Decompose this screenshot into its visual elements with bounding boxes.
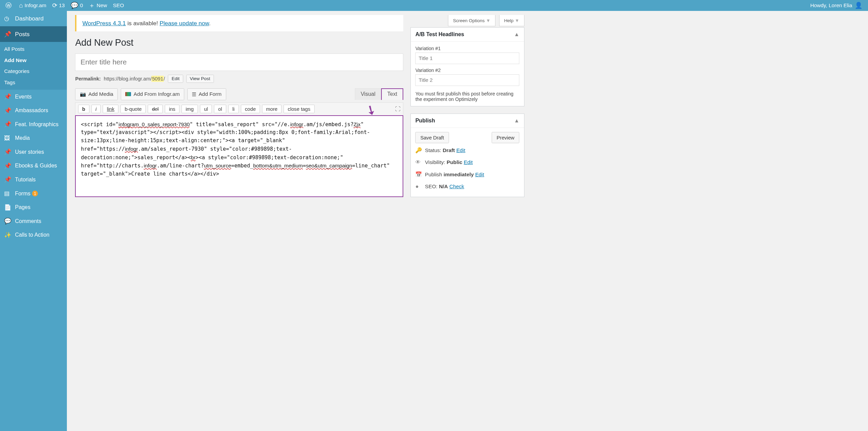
page-title: Add New Post (75, 38, 403, 48)
pin-icon: 📌 (4, 31, 12, 38)
publish-title: Publish (415, 118, 435, 124)
qt-li-button[interactable]: li (228, 105, 239, 113)
pin-icon: 📌 (4, 121, 12, 128)
admin-bar: ⓦ ⌂Infogr.am ⟳13 💬0 ＋New SEO Howdy, Lore… (0, 0, 531, 11)
new-link[interactable]: ＋New (86, 0, 110, 11)
add-infogram-button[interactable]: Add From Infogr.am (121, 88, 184, 100)
page-icon: 📄 (4, 204, 12, 211)
sidebar-item-calls-to-action[interactable]: ✨Calls to Action (0, 228, 67, 242)
publish-box: Publish▲ Save Draft Preview 🔑Status: Dra… (410, 114, 524, 197)
sidebar-item-media[interactable]: 🖼Media (0, 131, 67, 145)
update-end: . (209, 20, 211, 27)
seo-label: SEO (113, 2, 124, 9)
save-draft-button[interactable]: Save Draft (415, 132, 449, 143)
sidebar-sub-tags[interactable]: Tags (0, 77, 67, 88)
post-content-textarea[interactable]: <script id="infogram_0_sales_report-7930… (75, 115, 403, 197)
wp-logo[interactable]: ⓦ (2, 0, 16, 11)
cta-icon: ✨ (4, 232, 12, 239)
qt-ul-button[interactable]: ul (200, 105, 212, 113)
sidebar-item-feat-infographics[interactable]: 📌Feat. Infographics (0, 117, 67, 131)
sidebar-sub-categories[interactable]: Categories (0, 66, 67, 77)
sidebar-item-ebooks-guides[interactable]: 📌Ebooks & Guides (0, 159, 67, 173)
form-icon: ☰ (192, 91, 196, 97)
pin-icon: 📌 (4, 148, 12, 155)
add-form-button[interactable]: ☰Add Form (187, 88, 226, 100)
pin-icon: 📌 (4, 176, 12, 183)
refresh-icon: ⟳ (52, 2, 57, 9)
sidebar-item-forms[interactable]: ▤Forms1 (0, 187, 67, 200)
abtest-box: A/B Test Headlines▲ Variation #1 Variati… (410, 27, 524, 107)
qt-img-button[interactable]: img (182, 105, 198, 113)
pin-icon: 📌 (4, 93, 12, 100)
seo-link[interactable]: SEO (110, 0, 127, 11)
qt-del-button[interactable]: del (148, 105, 163, 113)
tab-text[interactable]: Text (381, 88, 403, 100)
tab-visual[interactable]: Visual (355, 88, 381, 100)
pin-icon: 📌 (4, 162, 12, 169)
qt-more-button[interactable]: more (262, 105, 282, 113)
qt-link-button[interactable]: link (103, 105, 118, 113)
permalink-label: Permalink: (75, 76, 101, 81)
updates-link[interactable]: ⟳13 (49, 0, 68, 11)
sidebar-item-pages[interactable]: 📄Pages (0, 200, 67, 214)
toggle-icon[interactable]: ▲ (514, 118, 519, 124)
status-edit-link[interactable]: Edit (456, 147, 465, 153)
sidebar-item-ambassadors[interactable]: 📌Ambassadors (0, 104, 67, 118)
infogram-icon (125, 92, 131, 96)
abtest-title: A/B Test Headlines (415, 31, 464, 38)
qt-b-button[interactable]: b (78, 105, 89, 113)
post-title-input[interactable] (75, 54, 403, 71)
qt-close-tags-button[interactable]: close tags (284, 105, 314, 113)
gauge-icon: ◷ (4, 15, 12, 22)
fullscreen-icon[interactable]: ⛶ (395, 106, 401, 112)
comments-link[interactable]: 💬0 (68, 0, 86, 11)
comment-icon: 💬 (71, 2, 78, 9)
eye-icon: 👁 (415, 159, 421, 165)
schedule-edit-link[interactable]: Edit (475, 172, 484, 177)
permalink-row: Permalink: https://blog.infogr.am/5091/ … (75, 75, 403, 83)
update-notice: WordPress 4.3.1 is available! Please upd… (75, 15, 403, 31)
permalink-edit-button[interactable]: Edit (168, 75, 183, 83)
view-post-button[interactable]: View Post (186, 75, 214, 83)
variation1-label: Variation #1 (415, 46, 519, 51)
toggle-icon[interactable]: ▲ (514, 31, 519, 38)
sidebar-sub-all-posts[interactable]: All Posts (0, 44, 67, 55)
variation2-input[interactable] (415, 74, 519, 86)
screen-meta-tabs: Screen Options ▼ Help ▼ (410, 15, 524, 26)
qt-code-button[interactable]: code (241, 105, 260, 113)
dot-icon: ● (415, 183, 421, 190)
seo-check-link[interactable]: Check (449, 183, 464, 189)
screen-options-tab[interactable]: Screen Options ▼ (448, 15, 495, 26)
help-tab[interactable]: Help ▼ (499, 15, 524, 26)
key-icon: 🔑 (415, 147, 421, 153)
sidebar-sub-add-new[interactable]: Add New (0, 55, 67, 66)
qt-ins-button[interactable]: ins (165, 105, 179, 113)
updates-count: 13 (59, 2, 65, 9)
site-link[interactable]: ⌂Infogr.am (16, 0, 49, 11)
variation1-input[interactable] (415, 53, 519, 64)
visibility-edit-link[interactable]: Edit (464, 159, 473, 165)
media-buttons-row: 📷Add Media Add From Infogr.am ☰Add Form … (75, 88, 403, 100)
comment-icon: 💬 (4, 218, 12, 225)
sidebar-item-user-stories[interactable]: 📌User stories (0, 145, 67, 159)
update-mid: is available! (126, 20, 160, 27)
qt-ol-button[interactable]: ol (214, 105, 226, 113)
qt-i-button[interactable]: i (91, 105, 101, 113)
preview-button[interactable]: Preview (492, 132, 519, 143)
sidebar-item-comments[interactable]: 💬Comments (0, 214, 67, 228)
sidebar-item-dashboard[interactable]: ◷Dashboard (0, 11, 67, 26)
chevron-down-icon: ▼ (515, 18, 519, 23)
sidebar-item-tutorials[interactable]: 📌Tutorials (0, 173, 67, 187)
update-now-link[interactable]: Please update now (160, 20, 209, 27)
sidebar-item-events[interactable]: 📌Events (0, 90, 67, 104)
pin-icon: 📌 (4, 107, 12, 114)
chevron-down-icon: ▼ (486, 18, 490, 23)
wordpress-icon: ⓦ (5, 1, 12, 10)
sidebar-item-posts[interactable]: 📌Posts (0, 26, 67, 42)
qt-b-quote-button[interactable]: b-quote (120, 105, 146, 113)
update-version-link[interactable]: WordPress 4.3.1 (83, 20, 126, 27)
permalink-slug: 5091 (151, 76, 163, 81)
add-media-button[interactable]: 📷Add Media (75, 88, 118, 100)
permalink-slash: / (164, 76, 165, 81)
site-name: Infogr.am (25, 2, 46, 9)
